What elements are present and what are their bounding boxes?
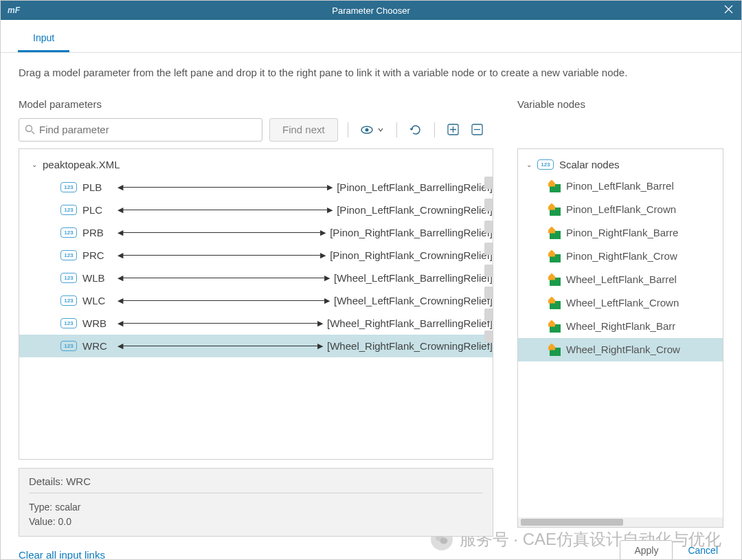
footer: Clear all input links (19, 542, 493, 560)
spacer (517, 118, 723, 148)
parameter-row-wlb[interactable]: 123WLB◀▶[Wheel_LeftFlank_BarrellingRelie… (19, 267, 493, 289)
parameter-name: WRC (82, 340, 113, 352)
link-arrow: ◀▶ (117, 341, 323, 350)
variable-node-item[interactable]: Wheel_LeftFlank_Barrel (518, 268, 723, 291)
collapse-all-icon[interactable] (469, 121, 486, 138)
variable-node-item[interactable]: Wheel_RightFlank_Barr (518, 315, 723, 338)
scalar-badge-icon: 123 (60, 227, 77, 238)
svg-point-2 (365, 128, 368, 131)
variable-node-icon (548, 203, 561, 216)
scalar-badge-icon: 123 (60, 318, 77, 328)
separator (348, 122, 348, 137)
variable-nodes-heading: Variable nodes (517, 98, 723, 110)
model-parameters-tree[interactable]: ⌄peaktopeak.XML123PLB◀▶[Pinon_LeftFlank_… (19, 148, 493, 460)
cancel-button[interactable]: Cancel (682, 541, 723, 560)
drag-handle[interactable] (484, 287, 493, 299)
search-input[interactable] (39, 124, 256, 135)
window-title: Parameter Chooser (332, 5, 409, 16)
drag-handle[interactable] (484, 265, 493, 277)
variable-node-item[interactable]: Pinon_RightFlank_Barre (518, 221, 723, 245)
drag-handle[interactable] (484, 331, 493, 343)
separator (396, 122, 397, 137)
close-icon[interactable] (724, 5, 733, 16)
parameter-row-wlc[interactable]: 123WLC◀▶[Wheel_LeftFlank_CrowningRelief] (19, 289, 493, 312)
link-arrow: ◀▶ (117, 183, 333, 192)
scalar-badge-icon: 123 (60, 295, 77, 306)
titlebar: mF Parameter Chooser (1, 1, 741, 20)
variable-node-item[interactable]: Wheel_RightFlank_Crow (518, 338, 723, 361)
link-target: [Pinon_RightFlank_BarrellingRelief] (330, 227, 493, 238)
chevron-down-icon: ⌄ (32, 161, 37, 168)
separator (434, 122, 435, 137)
link-target: [Wheel_RightFlank_BarrellingRelief] (327, 317, 493, 329)
variable-node-icon (548, 297, 561, 309)
variable-node-icon (548, 227, 561, 239)
parameter-name: PLB (82, 181, 113, 193)
drag-handle[interactable] (484, 243, 493, 255)
horizontal-scrollbar[interactable] (518, 517, 723, 527)
scalar-badge-icon: 123 (60, 205, 77, 215)
variable-node-label: Pinon_RightFlank_Barre (566, 227, 678, 238)
svg-point-0 (26, 126, 32, 132)
link-arrow: ◀▶ (117, 228, 326, 237)
tab-input[interactable]: Input (18, 25, 69, 52)
parameter-name: WLC (82, 295, 113, 306)
variable-node-icon (548, 344, 561, 356)
model-parameters-heading: Model parameters (19, 98, 493, 110)
search-input-wrapper[interactable] (19, 118, 262, 142)
variable-node-item[interactable]: Pinon_LeftFlank_Crown (518, 198, 723, 221)
details-panel: Details: WRC Type: scalar Value: 0.0 (19, 468, 493, 537)
parameter-name: WRB (82, 317, 113, 329)
link-arrow: ◀▶ (117, 319, 323, 328)
scalar-badge-icon: 123 (537, 159, 554, 170)
parameter-name: PRB (82, 227, 113, 238)
scalar-badge-icon: 123 (60, 182, 77, 192)
variable-node-label: Pinon_RightFlank_Crow (566, 250, 677, 262)
toolbar: Find next (19, 118, 493, 142)
parameter-row-plc[interactable]: 123PLC◀▶[Pinon_LeftFlank_CrowningRelief] (19, 199, 493, 221)
apply-button[interactable]: Apply (620, 540, 673, 560)
details-title: Details: WRC (29, 475, 483, 493)
variable-node-item[interactable]: Pinon_LeftFlank_Barrel (518, 175, 723, 198)
drag-handle[interactable] (484, 199, 493, 211)
variable-node-item[interactable]: Pinon_RightFlank_Crow (518, 245, 723, 268)
link-arrow: ◀▶ (117, 273, 330, 282)
chevron-down-icon: ⌄ (526, 161, 532, 168)
variable-node-icon (548, 180, 561, 192)
variable-node-icon (548, 250, 561, 262)
link-target: [Pinon_RightFlank_CrowningRelief] (330, 249, 493, 261)
parameter-row-plb[interactable]: 123PLB◀▶[Pinon_LeftFlank_BarrellingRelie… (19, 176, 493, 199)
link-arrow: ◀▶ (117, 296, 330, 305)
visibility-dropdown[interactable] (358, 122, 387, 137)
variable-node-icon (548, 320, 561, 333)
parameter-row-prb[interactable]: 123PRB◀▶[Pinon_RightFlank_BarrellingReli… (19, 221, 493, 244)
drag-handle[interactable] (484, 221, 493, 233)
link-arrow: ◀▶ (117, 251, 326, 260)
drag-handle[interactable] (484, 309, 493, 321)
tabs-row: Input (1, 20, 741, 53)
parameter-row-wrc[interactable]: 123WRC◀▶[Wheel_RightFlank_CrowningRelief… (19, 335, 493, 357)
variable-node-item[interactable]: Wheel_LeftFlank_Crown (518, 291, 723, 315)
variable-node-icon (548, 273, 561, 286)
link-arrow: ◀▶ (117, 205, 333, 214)
variable-node-label: Wheel_RightFlank_Barr (566, 320, 675, 332)
search-icon (25, 124, 35, 135)
tree-root-file[interactable]: ⌄peaktopeak.XML (19, 153, 493, 176)
parameter-row-wrb[interactable]: 123WRB◀▶[Wheel_RightFlank_BarrellingReli… (19, 312, 493, 335)
parameter-row-prc[interactable]: 123PRC◀▶[Pinon_RightFlank_CrowningRelief… (19, 244, 493, 267)
parameter-name: WLB (82, 272, 113, 284)
footer-buttons: Apply Cancel (517, 533, 723, 560)
drag-handle[interactable] (484, 177, 493, 189)
variable-node-label: Wheel_LeftFlank_Barrel (566, 273, 677, 285)
variable-nodes-tree[interactable]: ⌄123Scalar nodesPinon_LeftFlank_BarrelPi… (517, 148, 723, 528)
variable-node-label: Pinon_LeftFlank_Barrel (566, 180, 674, 192)
scalar-nodes-root[interactable]: ⌄123Scalar nodes (518, 155, 723, 175)
clear-all-links[interactable]: Clear all input links (19, 549, 105, 560)
expand-all-icon[interactable] (445, 121, 462, 138)
find-next-button[interactable]: Find next (269, 118, 338, 142)
scalar-badge-icon: 123 (60, 341, 77, 351)
link-target: [Wheel_LeftFlank_CrowningRelief] (334, 295, 493, 306)
refresh-icon[interactable] (407, 121, 425, 139)
details-type: Type: scalar (29, 500, 483, 515)
instruction-text: Drag a model parameter from the left pan… (19, 65, 723, 81)
